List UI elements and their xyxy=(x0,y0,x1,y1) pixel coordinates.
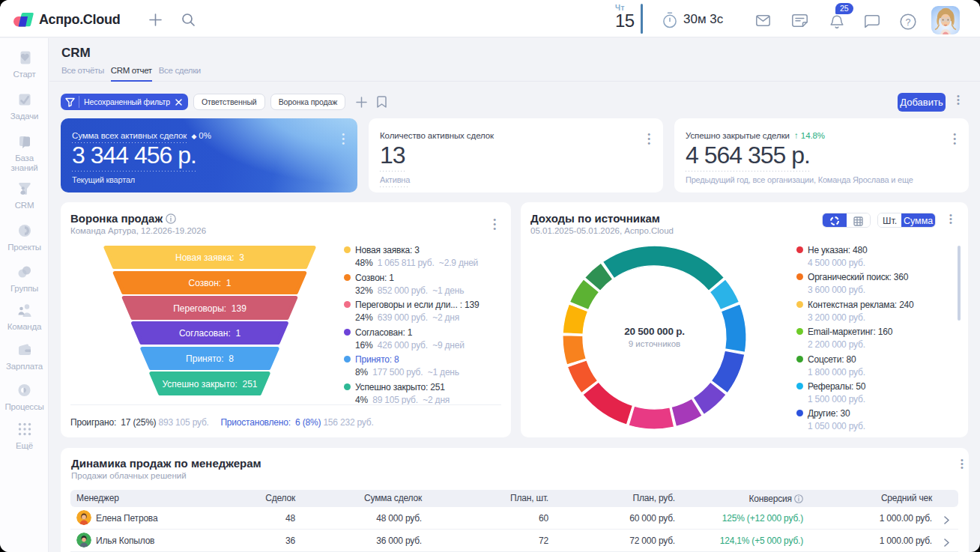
svg-text:Переговоры: 139: Переговоры: 139 xyxy=(173,303,246,314)
svg-text:?: ? xyxy=(906,17,911,28)
svg-text:Созвон: 1: Созвон: 1 xyxy=(189,278,232,288)
svg-text:Согласован: 1: Согласован: 1 xyxy=(179,328,241,339)
svg-text:Новая заявка: 3: Новая заявка: 3 xyxy=(175,252,244,263)
svg-text:Успешно закрыто: 251: Успешно закрыто: 251 xyxy=(162,379,257,389)
svg-text:Принято: 8: Принято: 8 xyxy=(186,354,234,364)
